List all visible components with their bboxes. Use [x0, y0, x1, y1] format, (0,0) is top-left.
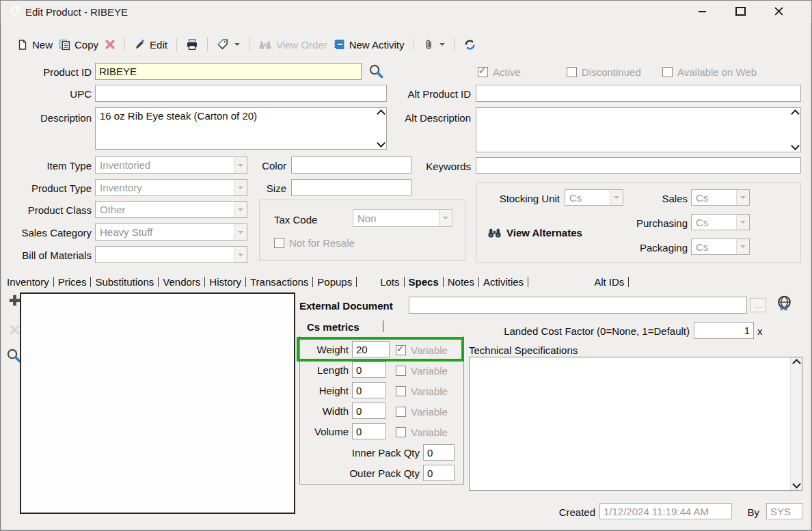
- dropdown-button[interactable]: [736, 215, 749, 230]
- checkbox-box: ✓: [396, 427, 406, 437]
- upc-label: UPC: [1, 88, 92, 100]
- discontinued-checkbox[interactable]: ✓ Discontinued: [567, 66, 641, 78]
- notebook-icon: [334, 38, 345, 51]
- purchasing-unit-combo[interactable]: Cs: [691, 214, 750, 230]
- stocking-unit-combo[interactable]: Cs: [565, 189, 623, 206]
- external-document-input[interactable]: [409, 297, 747, 314]
- outer-pack-qty-input[interactable]: [423, 465, 455, 481]
- checkbox-box: ✓: [396, 386, 406, 396]
- landed-cost-suffix: x: [757, 325, 763, 337]
- size-input[interactable]: [291, 179, 411, 196]
- packaging-unit-combo[interactable]: Cs: [691, 239, 750, 255]
- keywords-input[interactable]: [476, 157, 801, 174]
- tech-spec-scrollbar[interactable]: [790, 357, 802, 490]
- tab-substitutions[interactable]: Substitutions: [93, 276, 156, 288]
- alt-description-scrollbar[interactable]: [789, 108, 800, 152]
- product-id-input[interactable]: [95, 63, 362, 80]
- tab-popups[interactable]: Popups: [315, 276, 354, 288]
- tab-activities[interactable]: Activities: [481, 276, 526, 288]
- subtab-cs-metrics[interactable]: Cs metrics: [307, 321, 360, 333]
- inner-pack-qty-input[interactable]: [423, 444, 455, 461]
- length-variable-checkbox[interactable]: ✓ Variable: [396, 365, 448, 377]
- tab-prices[interactable]: Prices: [56, 276, 89, 288]
- width-input[interactable]: [352, 403, 386, 419]
- titlebar[interactable]: Edit Product - RIBEYE: [1, 1, 811, 23]
- tax-code-combo[interactable]: Non: [353, 209, 452, 227]
- tag-button[interactable]: [217, 38, 240, 51]
- scroll-up-icon[interactable]: [791, 109, 800, 118]
- purchasing-unit-label: Purchasing: [619, 217, 688, 229]
- tab-alt-ids[interactable]: Alt IDs: [592, 276, 626, 288]
- maximize-button[interactable]: [725, 1, 756, 22]
- new-activity-button[interactable]: New Activity: [334, 38, 405, 51]
- product-type-combo[interactable]: Inventory: [95, 179, 247, 196]
- tab-transactions[interactable]: Transactions: [248, 276, 310, 288]
- dropdown-button[interactable]: [234, 224, 247, 240]
- height-label: Height: [299, 385, 349, 396]
- created-label: Created: [527, 506, 595, 518]
- active-checkbox[interactable]: ✓ Active: [478, 66, 521, 78]
- description-textarea[interactable]: 16 oz Rib Eye steak (Carton of 20): [95, 107, 387, 150]
- bill-of-materials-combo[interactable]: [95, 246, 247, 263]
- product-id-label: Product ID: [1, 66, 92, 78]
- print-button[interactable]: [186, 38, 198, 51]
- upc-input[interactable]: [95, 85, 387, 102]
- tab-notes[interactable]: Notes: [446, 276, 476, 288]
- tab-history[interactable]: History: [207, 276, 243, 288]
- weight-label: Weight: [299, 344, 349, 355]
- height-input[interactable]: [352, 382, 386, 398]
- dropdown-button[interactable]: [234, 202, 247, 217]
- tab-inventory[interactable]: Inventory: [5, 276, 51, 288]
- alt-product-id-input[interactable]: [476, 85, 801, 102]
- dropdown-button[interactable]: [736, 239, 749, 254]
- checkbox-box: ✓: [396, 366, 406, 376]
- scroll-down-icon[interactable]: [377, 139, 385, 148]
- scroll-down-icon[interactable]: [791, 141, 800, 150]
- sales-category-combo[interactable]: Heavy Stuff: [95, 223, 247, 241]
- available-on-web-checkbox[interactable]: ✓ Available on Web: [662, 66, 757, 78]
- length-input[interactable]: [352, 362, 386, 378]
- refresh-button[interactable]: [463, 38, 476, 51]
- description-label: Description: [1, 112, 92, 124]
- volume-variable-checkbox[interactable]: ✓ Variable: [396, 426, 448, 438]
- close-button[interactable]: [763, 1, 794, 22]
- tab-vendors[interactable]: Vendors: [161, 276, 202, 288]
- product-class-combo[interactable]: Other: [95, 201, 247, 218]
- dropdown-button[interactable]: [610, 190, 623, 205]
- dropdown-caret-icon: [238, 231, 243, 234]
- view-alternates-button[interactable]: View Alternates: [487, 227, 582, 239]
- dropdown-button[interactable]: [736, 190, 749, 205]
- technical-specifications-textarea[interactable]: [469, 357, 802, 491]
- product-search-icon[interactable]: [368, 64, 384, 81]
- delete-button[interactable]: [105, 39, 116, 50]
- by-value-field: [766, 503, 802, 519]
- width-variable-checkbox[interactable]: ✓ Variable: [396, 406, 448, 418]
- copy-button[interactable]: Copy: [59, 39, 98, 51]
- color-input[interactable]: [291, 156, 411, 174]
- product-type-label: Product Type: [1, 182, 92, 194]
- item-type-combo[interactable]: Inventoried: [95, 156, 247, 174]
- weight-input[interactable]: [352, 341, 390, 357]
- weight-variable-checkbox[interactable]: ✓ Variable: [396, 344, 448, 356]
- height-variable-checkbox[interactable]: ✓ Variable: [396, 385, 448, 397]
- new-button[interactable]: New: [17, 39, 53, 51]
- scroll-down-icon[interactable]: [792, 480, 801, 489]
- globe-search-icon[interactable]: [776, 295, 793, 314]
- scroll-up-icon[interactable]: [792, 359, 801, 368]
- toolbar-separator: [124, 38, 125, 51]
- spec-list[interactable]: [20, 292, 295, 514]
- edit-button[interactable]: Edit: [134, 39, 167, 51]
- attachment-button[interactable]: [423, 38, 445, 51]
- sales-unit-combo[interactable]: Cs: [691, 189, 750, 206]
- tab-lots[interactable]: Lots: [378, 276, 401, 288]
- not-for-resale-checkbox[interactable]: ✓ Not for Resale: [274, 237, 355, 249]
- tab-specs[interactable]: Specs: [407, 276, 441, 288]
- landed-cost-input[interactable]: [694, 322, 754, 339]
- minimize-button[interactable]: [686, 1, 718, 22]
- dropdown-button[interactable]: [234, 247, 247, 262]
- browse-button[interactable]: ...: [750, 298, 766, 312]
- volume-input[interactable]: [352, 423, 386, 439]
- alt-description-textarea[interactable]: [476, 107, 801, 152]
- dropdown-button[interactable]: [439, 210, 452, 226]
- delete-disabled-icon: [9, 324, 21, 336]
